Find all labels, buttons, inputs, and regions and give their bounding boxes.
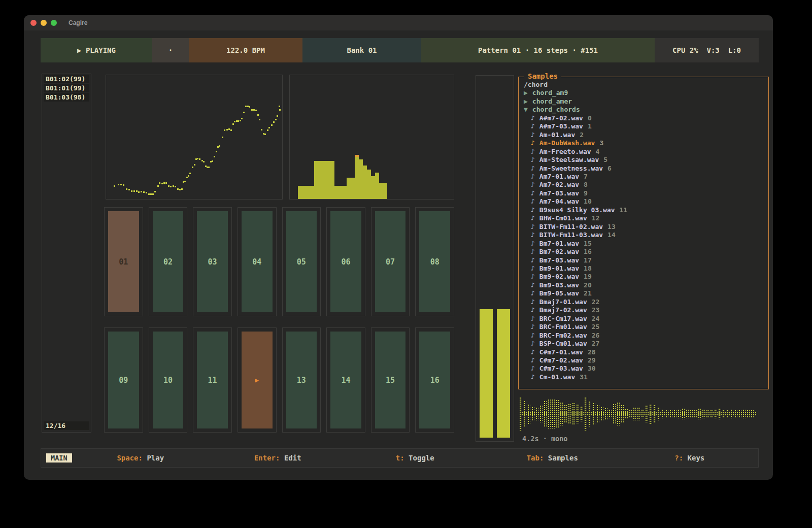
scatter-point bbox=[273, 121, 275, 123]
status-bank[interactable]: Bank 01 bbox=[302, 38, 421, 62]
sample-file-index: 13 bbox=[607, 223, 616, 230]
sample-file-row[interactable]: ♪Bmaj7-01.wav22 bbox=[524, 298, 763, 306]
pad-label: 05 bbox=[286, 211, 317, 312]
histogram-bar bbox=[318, 161, 322, 199]
sample-file-row[interactable]: ♪Bm7-01.wav15 bbox=[524, 240, 763, 248]
sample-file-row[interactable]: ♪C#m7-02.wav29 bbox=[524, 356, 763, 365]
histogram-bar bbox=[383, 183, 387, 199]
sample-file-row[interactable]: ♪BHW-Cm01.wav12 bbox=[524, 214, 763, 222]
sample-file-row[interactable]: ♪C#m7-01.wav28 bbox=[524, 348, 763, 356]
waveform-column bbox=[751, 410, 754, 417]
sample-file-row[interactable]: ♪BRC-Fm02.wav26 bbox=[524, 332, 763, 340]
pad-08[interactable]: 08 bbox=[415, 207, 454, 316]
hint-tab: Tab: Samples bbox=[484, 454, 621, 462]
waveform-column bbox=[702, 409, 705, 418]
pad-label: 06 bbox=[330, 211, 361, 312]
sample-file-row[interactable]: ♪Am-Freeto.wav4 bbox=[524, 148, 763, 156]
pad-04[interactable]: 04 bbox=[238, 207, 277, 316]
sample-file-name: BITW-Fm11-03.wav bbox=[539, 231, 603, 239]
pad-03[interactable]: 03 bbox=[193, 207, 232, 316]
sample-file-row[interactable]: ♪Am7-02.wav8 bbox=[524, 181, 763, 189]
pad-15[interactable]: 15 bbox=[371, 327, 410, 433]
pad-label: 15 bbox=[375, 332, 406, 428]
pad-playing-icon: ▶ bbox=[242, 332, 273, 428]
sample-file-row[interactable]: ♪BITW-Fm11-02.wav13 bbox=[524, 223, 763, 231]
sample-file-row[interactable]: ♪Bm9-03.wav20 bbox=[524, 281, 763, 289]
sample-file-index: 1 bbox=[588, 122, 592, 130]
scatter-point bbox=[203, 161, 205, 162]
sample-file-row[interactable]: ♪Bm9-05.wav21 bbox=[524, 289, 763, 298]
minimize-button[interactable] bbox=[41, 20, 47, 26]
sample-file-row[interactable]: ♪Bm9-02.wav19 bbox=[524, 273, 763, 281]
chevron-right-icon: ▶ bbox=[524, 97, 528, 105]
pad-07[interactable]: 07 bbox=[371, 207, 410, 316]
pad-06[interactable]: 06 bbox=[326, 207, 365, 316]
sample-file-row[interactable]: ♪Am-01.wav2 bbox=[524, 131, 763, 139]
status-transport[interactable]: ▶ PLAYING bbox=[41, 38, 152, 62]
sample-file-row[interactable]: ♪BRC-Cm17.wav24 bbox=[524, 315, 763, 323]
sample-file-row[interactable]: ♪Am7-04.wav10 bbox=[524, 197, 763, 206]
sample-file-row[interactable]: ♪C#m7-03.wav30 bbox=[524, 365, 763, 373]
scatter-point bbox=[131, 190, 132, 192]
sample-meta: 4.2s · mono bbox=[522, 435, 567, 443]
sample-file-row[interactable]: ♪A#m7-02.wav0 bbox=[524, 114, 763, 122]
sample-file-index: 8 bbox=[584, 181, 588, 188]
sample-file-row[interactable]: ♪BRC-Fm01.wav25 bbox=[524, 323, 763, 331]
sample-file-index: 25 bbox=[592, 323, 600, 331]
histogram-bar bbox=[306, 186, 310, 199]
step-position: 12/16 bbox=[44, 421, 89, 430]
sample-file-row[interactable]: ♪Bm9-01.wav18 bbox=[524, 265, 763, 273]
tree-folder-chord_chords[interactable]: ▼chord_chords bbox=[524, 106, 763, 114]
sample-file-row[interactable]: ♪Cm-01.wav31 bbox=[524, 373, 763, 381]
sample-file-row[interactable]: ♪B9sus4 Silky 03.wav11 bbox=[524, 206, 763, 214]
zoom-button[interactable] bbox=[51, 20, 57, 26]
waveform-column bbox=[548, 399, 551, 428]
waveform-column bbox=[604, 408, 607, 420]
tree-folder-chord_amer[interactable]: ▶chord_amer bbox=[524, 97, 763, 106]
histogram-bar bbox=[375, 173, 379, 199]
sample-file-row[interactable]: ♪A#m7-03.wav1 bbox=[524, 122, 763, 130]
status-pattern[interactable]: Pattern 01 · 16 steps · #151 bbox=[421, 38, 655, 62]
scatter-point bbox=[138, 191, 140, 193]
histogram-bar bbox=[339, 186, 343, 199]
status-bpm[interactable]: 122.0 BPM bbox=[189, 38, 302, 62]
status-metronome[interactable]: · bbox=[152, 38, 189, 62]
pad-14[interactable]: 14 bbox=[326, 327, 365, 433]
pad-16[interactable]: 16 bbox=[415, 327, 454, 433]
sample-file-row[interactable]: ♪Bm7-02.wav16 bbox=[524, 248, 763, 256]
sample-file-row[interactable]: ♪Bmaj7-02.wav23 bbox=[524, 306, 763, 314]
scatter-point bbox=[268, 127, 270, 128]
sample-file-row[interactable]: ♪Am7-03.wav9 bbox=[524, 189, 763, 197]
scatter-point bbox=[175, 186, 176, 187]
pad-13[interactable]: 13 bbox=[282, 327, 321, 433]
sample-file-row[interactable]: ♪Am-Steelsaw.wav5 bbox=[524, 156, 763, 164]
sample-file-row[interactable]: ♪BITW-Fm11-03.wav14 bbox=[524, 231, 763, 239]
sample-file-row[interactable]: ♪Am7-01.wav7 bbox=[524, 173, 763, 181]
pad-09[interactable]: 09 bbox=[104, 327, 143, 433]
close-button[interactable] bbox=[30, 20, 37, 26]
sample-file-row[interactable]: ♪Am-Sweetness.wav6 bbox=[524, 164, 763, 173]
pad-01[interactable]: 01 bbox=[104, 207, 143, 316]
sample-file-row[interactable]: ♪Bm7-03.wav17 bbox=[524, 256, 763, 265]
scatter-point bbox=[173, 185, 174, 187]
waveform-column bbox=[584, 397, 587, 431]
tree-folder-chord_am9[interactable]: ▶chord_am9 bbox=[524, 89, 763, 97]
music-note-icon: ♪ bbox=[531, 273, 535, 280]
pad-11[interactable]: 11 bbox=[193, 327, 232, 433]
sample-file-row[interactable]: ♪BSP-Cm01.wav27 bbox=[524, 340, 763, 348]
scatter-point bbox=[161, 183, 163, 184]
pad-label: 16 bbox=[419, 332, 450, 428]
sample-file-index: 0 bbox=[588, 114, 592, 122]
pad-05[interactable]: 05 bbox=[282, 207, 321, 316]
sample-file-row[interactable]: ♪Am-DubWash.wav3 bbox=[524, 139, 763, 147]
pad-10[interactable]: 10 bbox=[149, 327, 188, 433]
scatter-point bbox=[177, 188, 179, 190]
sample-file-index: 22 bbox=[592, 298, 600, 306]
sample-file-index: 18 bbox=[584, 265, 592, 272]
pad-12[interactable]: ▶ bbox=[238, 327, 277, 433]
music-note-icon: ♪ bbox=[531, 289, 535, 297]
music-note-icon: ♪ bbox=[531, 122, 535, 130]
pad-02[interactable]: 02 bbox=[149, 207, 188, 316]
status-system[interactable]: CPU 2% V:3 L:0 bbox=[655, 38, 759, 62]
histogram-bar bbox=[347, 178, 351, 199]
